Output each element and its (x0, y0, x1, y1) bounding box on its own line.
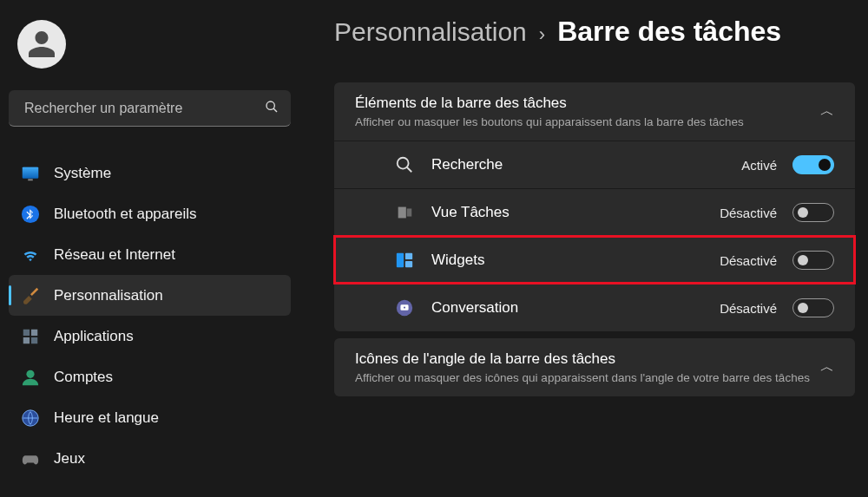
taskbar-item-widgets: Widgets Désactivé (334, 236, 855, 284)
wifi-icon (21, 245, 40, 265)
toggle-switch[interactable] (792, 251, 834, 270)
nav-label: Applications (54, 328, 134, 345)
main-content: Personnalisation › Barre des tâches Élém… (299, 0, 868, 497)
chevron-right-icon: › (539, 23, 545, 46)
nav-item-heure[interactable]: Heure et langue (9, 397, 291, 438)
user-header (9, 13, 291, 90)
toggle-switch[interactable] (792, 155, 834, 174)
task-view-icon (395, 203, 414, 222)
section-header[interactable]: Éléments de la barre des tâches Afficher… (334, 82, 855, 141)
nav-label: Système (54, 165, 111, 182)
taskbar-item-vue-taches: Vue Tâches Désactivé (334, 188, 855, 236)
nav-label: Comptes (54, 369, 113, 386)
row-label: Conversation (431, 299, 720, 317)
row-label: Recherche (431, 156, 741, 173)
svg-rect-4 (28, 179, 33, 180)
search-input[interactable] (9, 90, 291, 127)
bluetooth-icon (21, 205, 40, 224)
user-icon (26, 29, 57, 60)
section-header[interactable]: Icônes de l'angle de la barre des tâches… (334, 338, 855, 396)
toggle-switch[interactable] (792, 203, 834, 222)
search-icon (265, 100, 279, 117)
clock-globe-icon (21, 409, 40, 428)
section-title: Icônes de l'angle de la barre des tâches (355, 350, 810, 368)
taskbar-item-recherche: Recherche Activé (334, 141, 855, 188)
nav-item-comptes[interactable]: Comptes (9, 356, 291, 397)
section-subtitle: Afficher ou masquer les boutons qui appa… (355, 115, 744, 128)
svg-rect-16 (397, 253, 404, 268)
apps-icon (21, 327, 40, 346)
svg-rect-9 (31, 337, 37, 343)
corner-icons-section: Icônes de l'angle de la barre des tâches… (334, 338, 855, 396)
chevron-up-icon: ︿ (820, 102, 834, 121)
nav-label: Heure et langue (54, 409, 159, 427)
taskbar-items-section: Éléments de la barre des tâches Afficher… (334, 82, 855, 331)
svg-rect-7 (31, 329, 37, 335)
taskbar-item-conversation: Conversation Désactivé (334, 284, 855, 331)
toggle-switch[interactable] (792, 298, 834, 317)
svg-rect-17 (405, 253, 412, 259)
nav-item-applications[interactable]: Applications (9, 316, 291, 356)
account-icon (21, 368, 40, 387)
gamepad-icon (21, 449, 40, 468)
nav-label: Bluetooth et appareils (54, 206, 196, 223)
nav-item-personnalisation[interactable]: Personnalisation (9, 275, 291, 316)
svg-line-13 (407, 167, 412, 173)
display-icon (21, 164, 40, 183)
paintbrush-icon (21, 286, 40, 305)
svg-point-12 (398, 158, 409, 169)
widgets-icon (395, 251, 414, 270)
svg-rect-15 (407, 208, 412, 216)
svg-point-21 (404, 306, 405, 308)
toggle-status: Désactivé (720, 301, 777, 316)
toggle-status: Activé (741, 158, 777, 173)
breadcrumb-parent[interactable]: Personnalisation (334, 17, 527, 47)
breadcrumb: Personnalisation › Barre des tâches (334, 16, 855, 48)
section-title: Éléments de la barre des tâches (355, 95, 744, 112)
section-subtitle: Afficher ou masquer des icônes qui appar… (355, 371, 810, 384)
toggle-status: Désactivé (720, 206, 777, 220)
chevron-up-icon: ︿ (820, 358, 834, 376)
sidebar: Système Bluetooth et appareils Réseau et… (0, 0, 299, 497)
search-icon (395, 155, 414, 174)
svg-rect-8 (23, 337, 30, 343)
nav-item-jeux[interactable]: Jeux (9, 438, 291, 479)
nav-item-bluetooth[interactable]: Bluetooth et appareils (9, 193, 291, 234)
chat-icon (395, 298, 414, 317)
svg-rect-18 (405, 261, 412, 267)
nav-label: Personnalisation (54, 287, 163, 304)
svg-line-1 (273, 108, 277, 112)
svg-rect-6 (23, 329, 30, 335)
nav-list: Système Bluetooth et appareils Réseau et… (9, 153, 291, 479)
nav-item-systeme[interactable]: Système (9, 153, 291, 193)
svg-rect-3 (23, 167, 38, 178)
nav-label: Jeux (54, 450, 85, 468)
nav-item-reseau[interactable]: Réseau et Internet (9, 234, 291, 275)
toggle-status: Désactivé (720, 253, 777, 268)
row-label: Vue Tâches (431, 204, 720, 221)
nav-label: Réseau et Internet (54, 246, 175, 264)
svg-point-0 (266, 101, 274, 109)
svg-point-10 (26, 369, 34, 377)
row-label: Widgets (431, 252, 720, 269)
search-box (9, 90, 291, 127)
avatar[interactable] (17, 20, 66, 69)
svg-rect-14 (398, 207, 406, 219)
page-title: Barre des tâches (557, 16, 781, 48)
